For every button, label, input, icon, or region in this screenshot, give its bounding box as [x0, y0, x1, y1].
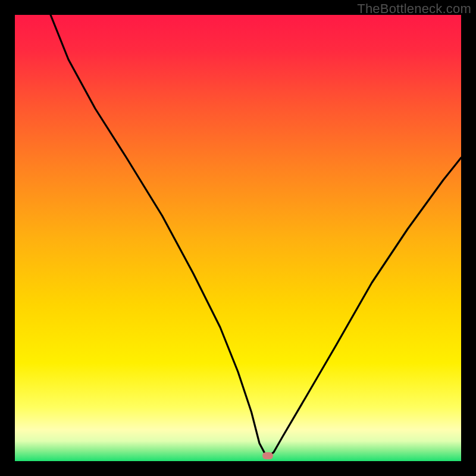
- plot-area: [15, 15, 461, 461]
- bottleneck-curve: [15, 15, 461, 461]
- chart-frame: TheBottleneck.com: [0, 0, 476, 476]
- optimal-marker: [262, 452, 273, 459]
- watermark-text: TheBottleneck.com: [357, 1, 471, 17]
